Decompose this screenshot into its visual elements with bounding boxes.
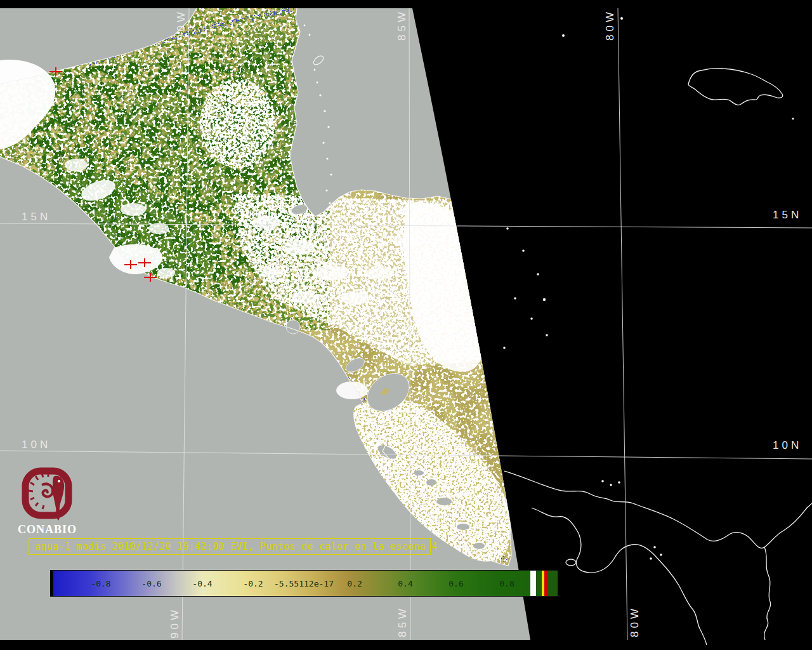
satellite-scene-view: 90W 85W 80W 90W 85W 80W 15N 10N 15N 10N: [0, 0, 812, 650]
colorbar-tick: 0.6: [449, 579, 463, 588]
conabio-logo: CONABIO: [16, 467, 86, 536]
colorbar-flag-darkgreen: [536, 571, 542, 596]
colorbar-left-edge: [50, 571, 53, 596]
colorbar-tick: 0.8: [499, 579, 514, 588]
annotation-text: aqua-1 modis 2010/12/20 19:42:00 EVI, Pu…: [35, 541, 438, 552]
colorbar-tick: -5.55112e-17: [274, 579, 334, 588]
colorbar-flag-darkgreen-end: [547, 571, 558, 596]
label-10n-right: 10N: [773, 439, 802, 451]
colorbar-tick: 0.2: [347, 579, 362, 588]
label-80w-top: 80W: [604, 9, 616, 41]
conabio-logo-text: CONABIO: [18, 523, 86, 536]
colorbar-flag-white: [530, 571, 536, 596]
label-10n-left: 10N: [22, 439, 51, 451]
label-90w-top: 90W: [175, 9, 187, 41]
label-90w-bottom: 90W: [169, 607, 181, 639]
evi-colorbar: -0.8 -0.6 -0.4 -0.2 -5.55112e-17 0.2 0.4…: [50, 570, 558, 597]
label-85w-top: 85W: [396, 9, 408, 41]
colorbar-tick: -0.4: [192, 579, 212, 588]
colorbar-tick: -0.6: [141, 579, 161, 588]
colorbar-tick: -0.8: [91, 579, 110, 588]
label-15n-right: 15N: [773, 209, 802, 221]
label-80w-bottom: 80W: [629, 606, 641, 637]
label-85w-bottom: 85W: [396, 606, 409, 637]
annotation-box: aqua-1 modis 2010/12/20 19:42:00 EVI, Pu…: [29, 538, 431, 555]
colorbar-tick: 0.4: [398, 579, 412, 588]
colorbar-tick: -0.2: [243, 579, 263, 588]
label-15n-left: 15N: [22, 211, 51, 223]
conabio-emblem-icon: [16, 467, 80, 522]
